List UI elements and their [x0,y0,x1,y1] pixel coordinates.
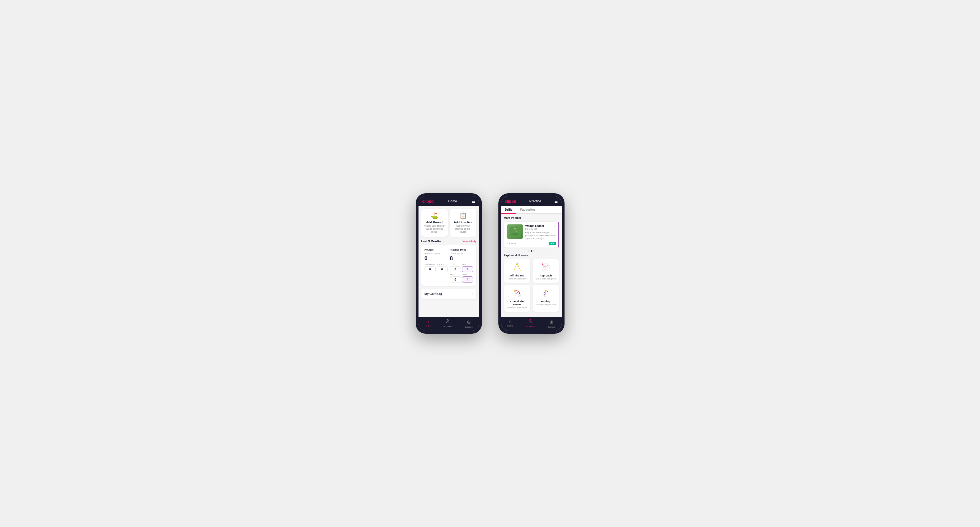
tab-favourites[interactable]: Favourites [516,206,539,213]
svg-point-11 [516,262,518,264]
skill-off-the-tee[interactable]: Off The Tee Power and accuracy [504,259,530,283]
practice-stat: Practice 0 [437,263,448,272]
stats-card: Rounds Rounds Capture 0 Tournament 0 Pra… [421,245,476,286]
phone-practice: clippd Practice ☰ Drills Favourites Most… [498,193,565,334]
svg-point-17 [542,264,543,265]
approach-name: Approach [539,274,552,277]
svg-point-30 [530,320,531,321]
add-round-card[interactable]: ⛳ Add Round Record your shots in fast or… [421,209,448,237]
skill-around-green[interactable]: Around The Green Hone your short game [504,285,530,312]
nav-home[interactable]: ⌂ Home [425,319,431,328]
activities-nav-label: Activities [443,325,452,328]
tournament-value: 0 [425,266,436,272]
menu-icon[interactable]: ☰ [472,199,475,203]
logo: clippd [422,199,434,203]
practice-nav-capture[interactable]: ⊕ Capture [547,319,555,328]
activity-section-header: Last 3 Months View Activity [421,240,476,243]
putting-icon [540,288,552,299]
view-activity-link[interactable]: View Activity [463,240,476,243]
practice-value: 0 [437,266,448,272]
drills-capture-value: 8 [450,255,473,262]
drill-info: Wedge Ladder 50–100 yds ☆ Play 1 shot at… [525,224,556,240]
rounds-capture-value: 0 [425,255,448,262]
home-content: ⛳ Add Round Record your shots in fast or… [418,206,479,317]
putt-value: 4 [462,276,473,283]
practice-nav-home[interactable]: ⌂ Home [508,319,513,328]
putting-sub: Make and lag practice [536,303,556,306]
practice-activities-label: Activities [526,325,535,328]
skill-grid: Off The Tee Power and accuracy [504,259,559,312]
tournament-stat: Tournament 0 [425,263,436,272]
skill-approach[interactable]: Approach Dial-in to hit the green [533,259,559,283]
golf-bag-label: My Golf Bag [425,292,442,295]
phone-home: clippd Home ☰ ⛳ Add Round Record your sh… [416,193,482,334]
favourite-star-icon[interactable]: ☆ [554,224,556,227]
putting-name: Putting [541,300,550,303]
svg-point-19 [519,295,520,296]
drills-title: Practice Drills [450,248,473,251]
nav-activities[interactable]: Activities [443,319,452,328]
skill-putting[interactable]: Putting Make and lag practice [533,285,559,312]
arg-value: 0 [450,276,461,283]
most-popular-label: Most Popular [504,216,559,219]
rounds-section: Rounds Rounds Capture 0 Tournament 0 Pra… [425,248,448,283]
home-nav-label: Home [425,325,431,327]
practice-bottom-nav: ⌂ Home Activities ⊕ Capture [501,317,562,331]
app-label: APP [462,263,473,266]
svg-point-27 [544,292,545,293]
drill-yardage: 50–100 yds [525,227,544,230]
add-round-sub: Record your shots in fast or enhanced mo… [423,224,445,233]
explore-label: Explore skill areas [504,254,559,257]
last-3-months-title: Last 3 Months [421,240,442,243]
activities-nav-icon [445,319,450,325]
carousel-dots [504,250,559,252]
arg-label: ARG [450,273,461,276]
svg-point-21 [515,293,517,294]
dot-2[interactable] [531,250,532,252]
add-practice-card[interactable]: 📋 Add Practice Capture your practice off… [450,209,476,237]
approach-icon [540,262,552,273]
practice-title: Practice [529,199,541,203]
around-green-name: Around The Green [507,300,528,306]
approach-sub: Dial-in to hit the green [536,278,556,280]
capture-nav-icon: ⊕ [467,319,471,325]
dot-1[interactable] [528,250,530,252]
practice-home-label: Home [508,325,513,327]
practice-capture-label: Capture [547,326,555,328]
off-the-tee-icon [511,262,523,273]
shots-info: ○ 9 shots [507,242,516,244]
svg-point-28 [547,291,548,292]
practice-home-icon: ⌂ [509,319,512,324]
tabs-row: Drills Favourites [501,206,562,214]
practice-label: Practice [437,263,448,266]
drill-card-container: Wedge Ladder 50–100 yds ☆ Play 1 shot at… [504,222,559,248]
drill-name: Wedge Ladder [525,224,544,227]
home-header: clippd Home ☰ [418,196,479,206]
drill-side-bar [558,222,559,248]
rounds-capture-label: Rounds Capture [425,252,448,255]
svg-point-22 [517,292,518,293]
nav-capture[interactable]: ⊕ Capture [465,319,473,328]
phones-container: clippd Home ☰ ⛳ Add Round Record your sh… [416,193,565,334]
off-the-tee-sub: Power and accuracy [508,278,527,280]
practice-capture-icon: ⊕ [549,319,554,325]
golf-bag-row[interactable]: My Golf Bag › [421,289,476,299]
practice-nav-activities[interactable]: Activities [526,319,535,328]
wedge-ladder-card[interactable]: Wedge Ladder 50–100 yds ☆ Play 1 shot at… [504,222,559,248]
svg-point-4 [514,228,515,229]
tab-drills[interactable]: Drills [501,206,517,213]
around-green-icon [511,288,523,299]
app-value: 4 [462,266,473,272]
capture-nav-label: Capture [465,326,473,328]
svg-point-2 [511,233,519,235]
dot-3[interactable] [533,250,535,252]
tournament-label: Tournament [425,263,436,266]
around-green-sub: Hone your short game [507,306,527,309]
home-title: Home [448,199,457,203]
circle-icon: ○ [507,242,508,244]
practice-menu-icon[interactable]: ☰ [554,199,558,203]
ott-stat: OTT 0 [450,263,461,272]
add-practice-icon: 📋 [459,212,467,219]
putt-stat: PUTT 4 [462,273,473,283]
add-round-title: Add Round [426,221,442,224]
